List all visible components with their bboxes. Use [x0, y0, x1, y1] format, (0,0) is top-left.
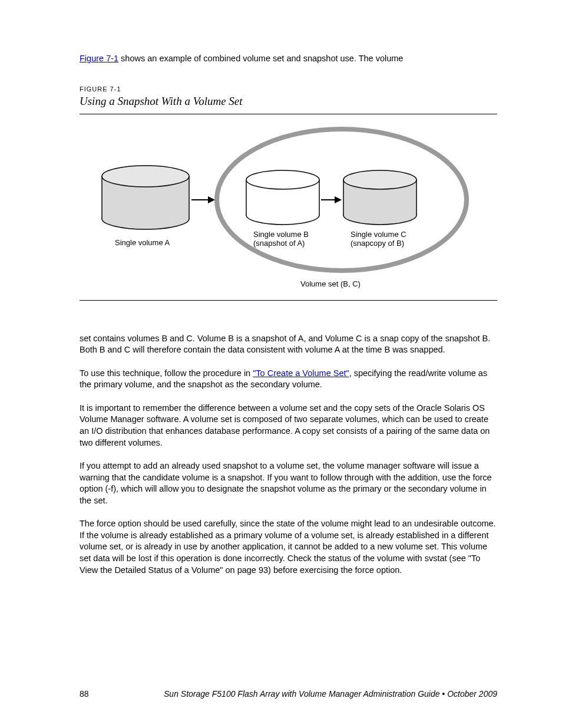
- paragraph-1: set contains volumes B and C. Volume B i…: [80, 333, 497, 356]
- paragraph-2: To use this technique, follow the proced…: [80, 368, 497, 391]
- caption-b-line2: (snapshot of A): [253, 239, 305, 248]
- p2-before: To use this technique, follow the proced…: [80, 368, 253, 378]
- paragraph-5: The force option should be used carefull…: [80, 518, 497, 576]
- paragraph-4: If you attempt to add an already used sn…: [80, 460, 497, 506]
- cylinder-b-icon: [244, 169, 321, 228]
- body-text: set contains volumes B and C. Volume B i…: [80, 333, 497, 577]
- arrow-b-to-c-icon: [321, 194, 342, 206]
- page-number: 88: [80, 689, 89, 699]
- figure-label: FIGURE 7-1: [80, 85, 497, 93]
- caption-c-line2: (snapcopy of B): [351, 239, 404, 248]
- intro-text: shows an example of combined volume set …: [118, 54, 403, 63]
- caption-c-line1: Single volume C: [351, 230, 406, 239]
- cylinder-c-icon: [342, 169, 418, 228]
- arrow-a-to-b-icon: [191, 194, 215, 206]
- page-footer: 88 Sun Storage F5100 Flash Array with Vo…: [80, 689, 497, 699]
- footer-doc-title: Sun Storage F5100 Flash Array with Volum…: [164, 689, 497, 699]
- figure-diagram: Single volume A Single volume B (snapsho…: [80, 114, 497, 300]
- intro-paragraph: Figure 7-1 shows an example of combined …: [80, 53, 497, 65]
- figure-title: Using a Snapshot With a Volume Set: [80, 95, 497, 108]
- caption-a: Single volume A: [115, 238, 170, 248]
- caption-b-line1: Single volume B: [253, 230, 309, 239]
- figure-bottom-rule: [80, 300, 497, 301]
- figure-reference-link[interactable]: Figure 7-1: [80, 54, 118, 63]
- cylinder-a-icon: [100, 164, 191, 232]
- svg-point-4: [102, 166, 189, 187]
- caption-set: Volume set (B, C): [300, 279, 361, 289]
- svg-point-12: [246, 170, 319, 189]
- paragraph-3: It is important to remember the differen…: [80, 403, 497, 449]
- svg-point-19: [343, 170, 416, 189]
- p2-link[interactable]: "To Create a Volume Set": [253, 368, 349, 378]
- svg-marker-14: [335, 196, 342, 203]
